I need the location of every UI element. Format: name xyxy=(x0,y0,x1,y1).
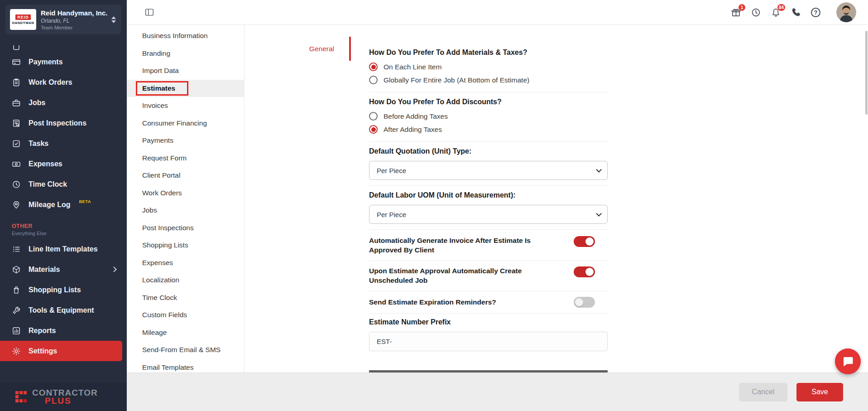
sidebar-section-other: OTHER Everything Else xyxy=(0,215,127,239)
settings-nav-item-client-portal[interactable]: Client Portal xyxy=(127,167,244,184)
toggle-row-create-unscheduled-job: Upon Estimate Approval Automatically Cre… xyxy=(369,266,608,286)
help-button[interactable]: ? xyxy=(810,7,821,18)
settings-nav-item-business-information[interactable]: Business Information xyxy=(127,27,244,45)
sidebar-item-time-clock[interactable]: Time Clock xyxy=(0,174,127,194)
settings-nav-item-custom-fields[interactable]: Custom Fields xyxy=(127,306,244,324)
tab-general[interactable]: General xyxy=(309,37,351,61)
settings-nav-item-post-inspections[interactable]: Post Inspections xyxy=(127,219,244,237)
settings-nav-item-request-form[interactable]: Request Form xyxy=(127,150,244,167)
settings-nav-item-work-orders[interactable]: Work Orders xyxy=(127,184,244,202)
company-selector[interactable]: REID HANDYMAN Reid Handyman, Inc. Orland… xyxy=(5,5,121,34)
sidebar-item-mileage-log[interactable]: Mileage Log BETA xyxy=(0,194,127,215)
auto-generate-invoice-toggle[interactable] xyxy=(574,236,595,247)
radio-unselected-icon xyxy=(369,112,378,121)
settings-nav-label: Business Information xyxy=(142,32,208,40)
materials-taxes-question: How Do You Prefer To Add Materials & Tax… xyxy=(369,48,608,57)
toggle-label: Send Estimate Expiration Reminders? xyxy=(369,298,559,307)
quotation-type-label: Default Quotation (Unit) Type: xyxy=(369,147,608,155)
radio-option-before-adding-taxes[interactable]: Before Adding Taxes xyxy=(369,110,608,123)
notifications-button[interactable]: 84 xyxy=(770,7,782,18)
save-button[interactable]: Save xyxy=(796,383,843,401)
gift-button[interactable]: 1 xyxy=(730,7,742,18)
phone-button[interactable] xyxy=(790,7,801,18)
expenses-icon xyxy=(12,160,21,169)
settings-nav-item-payments[interactable]: Payments xyxy=(127,132,244,150)
sidebar-item-line-item-templates[interactable]: Line Item Templates xyxy=(0,239,127,259)
shopping-lists-icon xyxy=(12,285,21,295)
settings-nav-item-time-clock[interactable]: Time Clock xyxy=(127,289,244,307)
settings-nav-item-branding[interactable]: Branding xyxy=(127,45,244,63)
panel-collapse-icon xyxy=(144,7,155,17)
settings-nav-item-send-from-email-sms[interactable]: Send-From Email & SMS xyxy=(127,341,244,359)
radio-label: Globally For Entire Job (At Bottom of Es… xyxy=(384,76,529,84)
toggle-knob xyxy=(575,298,583,306)
topbar: 1 84 ? xyxy=(127,0,868,25)
company-location: Orlando, FL xyxy=(41,18,107,24)
gift-badge: 1 xyxy=(739,4,745,11)
phone-icon xyxy=(791,7,801,18)
sidebar-item-reports[interactable]: Reports xyxy=(0,320,127,341)
settings-nav-item-mileage[interactable]: Mileage xyxy=(127,324,244,342)
settings-nav-item-import-data[interactable]: Import Data xyxy=(127,62,244,80)
sidebar-item-tasks[interactable]: Tasks xyxy=(0,133,127,154)
sidebar-item-jobs[interactable]: Jobs xyxy=(0,92,127,113)
labor-uom-select[interactable]: Per Piece xyxy=(369,205,608,224)
create-unscheduled-job-toggle[interactable] xyxy=(574,266,595,277)
settings-nav-item-jobs[interactable]: Jobs xyxy=(127,202,244,219)
sidebar-item-label: Tools & Equipment xyxy=(29,306,94,314)
sidebar-item-shopping-lists[interactable]: Shopping Lists xyxy=(0,280,127,300)
action-bar: Cancel Save xyxy=(127,372,868,411)
settings-nav-item-shopping-lists[interactable]: Shopping Lists xyxy=(127,237,244,254)
sidebar-item-settings[interactable]: Settings xyxy=(0,341,122,361)
history-button[interactable] xyxy=(750,7,762,18)
sidebar-item-label: Payments xyxy=(29,58,63,66)
sidebar-item-partial[interactable] xyxy=(0,45,127,52)
sidebar-item-expenses[interactable]: Expenses xyxy=(0,154,127,174)
cancel-button[interactable]: Cancel xyxy=(739,383,787,401)
quotation-type-select[interactable]: Per Piece xyxy=(369,161,608,180)
settings-nav-item-localization[interactable]: Localization xyxy=(127,271,244,289)
sidebar-item-post-inspections[interactable]: Post Inspections xyxy=(0,113,127,133)
page-scrollbar xyxy=(865,25,868,411)
settings-nav-label: Mileage xyxy=(142,329,167,337)
sidebar-footer-logo: CONTRACTOR PLUS xyxy=(0,383,127,411)
sidebar-item-label: Reports xyxy=(29,327,56,335)
sidebar-item-label: Line Item Templates xyxy=(29,245,98,253)
sidebar-item-payments[interactable]: Payments xyxy=(0,52,127,72)
settings-nav-item-email-templates[interactable]: Email Templates xyxy=(127,359,244,373)
radio-option-globally-entire-job[interactable]: Globally For Entire Job (At Bottom of Es… xyxy=(369,73,608,87)
section-title: OTHER xyxy=(12,223,127,229)
toggle-label: Upon Estimate Approval Automatically Cre… xyxy=(369,266,559,285)
materials-icon xyxy=(12,265,21,274)
estimate-prefix-input[interactable] xyxy=(369,332,608,351)
settings-nav-item-expenses[interactable]: Expenses xyxy=(127,254,244,272)
sidebar-item-materials[interactable]: Materials xyxy=(0,259,127,280)
estimates-settings-content: How Do You Prefer To Add Materials & Tax… xyxy=(351,25,868,372)
settings-nav-label: Estimates xyxy=(142,84,175,92)
divider xyxy=(369,313,608,314)
radio-option-after-adding-taxes[interactable]: After Adding Taxes xyxy=(369,123,608,136)
expiration-reminders-toggle[interactable] xyxy=(574,297,595,308)
divider xyxy=(369,291,608,291)
settings-nav-item-estimates[interactable]: Estimates xyxy=(127,80,244,97)
settings-nav-item-invoices[interactable]: Invoices xyxy=(127,97,244,115)
settings-sections-nav: Business Information Branding Import Dat… xyxy=(127,25,245,372)
time-clock-icon xyxy=(12,180,21,189)
user-avatar[interactable] xyxy=(836,2,856,22)
sidebar-item-work-orders[interactable]: Work Orders xyxy=(0,72,127,92)
contractor-plus-pixel-icon xyxy=(15,391,28,403)
settings-nav-label: Invoices xyxy=(142,102,168,110)
tools-equipment-icon xyxy=(12,306,21,315)
divider xyxy=(369,185,608,186)
sidebar-collapse-button[interactable] xyxy=(144,7,155,17)
sidebar-item-tools-equipment[interactable]: Tools & Equipment xyxy=(0,300,127,320)
chat-widget-button[interactable] xyxy=(835,348,861,374)
company-info: Reid Handyman, Inc. Orlando, FL Team Mem… xyxy=(41,9,107,30)
toggle-row-auto-generate-invoice: Automatically Generate Invoice After Est… xyxy=(369,235,608,256)
radio-option-on-each-line-item[interactable]: On Each Line Item xyxy=(369,60,608,73)
settings-nav-label: Shopping Lists xyxy=(142,241,188,249)
body-row: Business Information Branding Import Dat… xyxy=(127,25,868,372)
scrollbar-thumb[interactable] xyxy=(865,31,868,115)
radio-label: After Adding Taxes xyxy=(384,126,442,134)
settings-nav-item-consumer-financing[interactable]: Consumer Financing xyxy=(127,115,244,132)
